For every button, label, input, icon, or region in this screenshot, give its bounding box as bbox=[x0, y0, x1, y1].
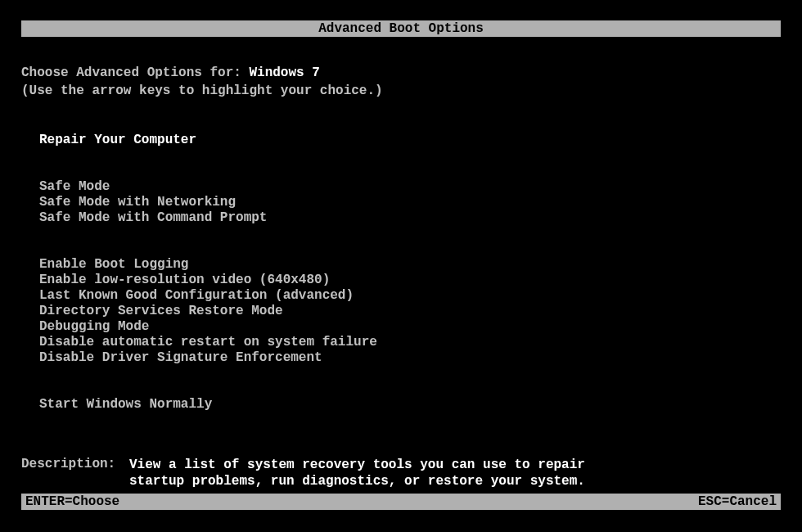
footer-enter: ENTER=Choose bbox=[25, 494, 119, 510]
hint-line: (Use the arrow keys to highlight your ch… bbox=[21, 83, 781, 98]
menu-spacer bbox=[39, 148, 781, 179]
header-bar: Advanced Boot Options bbox=[21, 20, 781, 37]
menu-item[interactable]: Safe Mode with Networking bbox=[39, 195, 781, 210]
footer-esc: ESC=Cancel bbox=[698, 494, 777, 510]
menu-spacer bbox=[39, 366, 781, 397]
menu-item[interactable]: Start Windows Normally bbox=[39, 397, 781, 413]
menu-item[interactable]: Disable Driver Signature Enforcement bbox=[39, 350, 781, 366]
menu-spacer bbox=[39, 226, 781, 257]
menu-item[interactable]: Disable automatic restart on system fail… bbox=[39, 335, 781, 350]
description-label: Description: bbox=[21, 457, 129, 489]
menu-item[interactable]: Enable Boot Logging bbox=[39, 257, 781, 273]
content-area: Choose Advanced Options for: Windows 7 (… bbox=[21, 65, 781, 489]
menu-item[interactable]: Safe Mode bbox=[39, 179, 781, 195]
menu-item[interactable]: Directory Services Restore Mode bbox=[39, 304, 781, 319]
menu-item[interactable]: Repair Your Computer bbox=[39, 133, 781, 148]
menu-item[interactable]: Enable low-resolution video (640x480) bbox=[39, 273, 781, 288]
description-text: View a list of system recovery tools you… bbox=[129, 457, 588, 489]
prompt-prefix: Choose Advanced Options for: bbox=[21, 65, 249, 80]
menu-item[interactable]: Debugging Mode bbox=[39, 319, 781, 335]
footer-bar: ENTER=Choose ESC=Cancel bbox=[21, 494, 781, 510]
menu-item[interactable]: Safe Mode with Command Prompt bbox=[39, 210, 781, 226]
boot-menu[interactable]: Repair Your ComputerSafe ModeSafe Mode w… bbox=[39, 133, 781, 413]
os-name: Windows 7 bbox=[249, 65, 319, 80]
description-block: Description: View a list of system recov… bbox=[21, 457, 781, 489]
menu-item[interactable]: Last Known Good Configuration (advanced) bbox=[39, 288, 781, 304]
header-title: Advanced Boot Options bbox=[318, 21, 484, 36]
prompt-line: Choose Advanced Options for: Windows 7 bbox=[21, 65, 781, 80]
